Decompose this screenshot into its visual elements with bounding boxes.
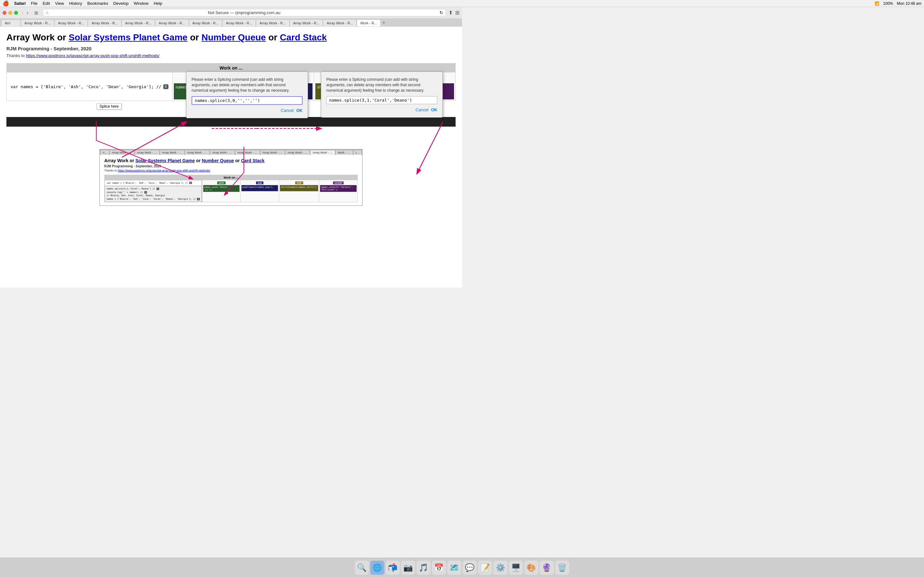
or-2: or bbox=[190, 32, 202, 42]
mini-unshift-btn[interactable]: unshift bbox=[333, 181, 344, 184]
number-queue-link[interactable]: Number Queue bbox=[202, 32, 266, 42]
dialog-right-buttons: Cancel OK bbox=[326, 107, 437, 112]
mini-tab-active[interactable]: Array Work - D... bbox=[310, 150, 335, 155]
or-1: or bbox=[57, 32, 69, 42]
mini-work-area: Work on ... var names = ['Blaire', 'Ash'… bbox=[104, 175, 358, 202]
close-button[interactable] bbox=[3, 11, 6, 15]
mini-tab-8[interactable]: Array Work - R... bbox=[285, 150, 310, 155]
dialog-right-ok[interactable]: OK bbox=[431, 107, 438, 112]
mini-tab-2[interactable]: Array Work - R... bbox=[135, 150, 160, 155]
mini-action-cells: push names.push('Annie', 'Li'); pop bbox=[202, 180, 357, 202]
tab-8[interactable]: Array Work - R... bbox=[256, 19, 289, 26]
mini-tab-5[interactable]: Array Work - R... bbox=[210, 150, 234, 155]
mini-code-line-3: // Blaire, Ash, Coco, Coral, Deano, Geor… bbox=[107, 194, 200, 197]
browser-chrome: ‹ › ⊞ ⚠ Not Secure — rjmprogramming.com.… bbox=[0, 7, 462, 27]
splice-label: Splice here bbox=[99, 104, 119, 109]
tab-4[interactable]: Array Work - R... bbox=[121, 19, 155, 26]
or-3: or bbox=[268, 32, 280, 42]
tab-view-button[interactable]: ⊞ bbox=[32, 10, 40, 16]
tab-7[interactable]: Array Work - R... bbox=[222, 19, 256, 26]
apple-menu[interactable]: 🍎 bbox=[3, 0, 9, 6]
tab-1[interactable]: Array Work - R... bbox=[21, 19, 54, 26]
mini-shift-cell: shift shiftElement=names.shift(); bbox=[279, 180, 319, 202]
mini-code-badge-1: 1 bbox=[157, 187, 159, 190]
dialog-right-input[interactable] bbox=[326, 96, 437, 104]
dialog-left-cancel[interactable]: Cancel bbox=[281, 108, 294, 113]
share-button[interactable]: ⬆ bbox=[449, 10, 453, 16]
browser-actions: ⬆ ⊞ bbox=[449, 10, 459, 16]
mini-code-badge-2: 1 bbox=[144, 191, 147, 193]
bookmarks-menu[interactable]: Bookmarks bbox=[87, 1, 108, 6]
tab-arri[interactable]: Arri bbox=[1, 19, 21, 26]
mini-thanks-link[interactable]: https://www.positronx.io/javascript-arra… bbox=[118, 169, 210, 172]
tab-10[interactable]: Array Work - R... bbox=[323, 19, 357, 26]
dialog-left-input[interactable] bbox=[192, 96, 302, 105]
tab-6[interactable]: Array Work - R... bbox=[189, 19, 222, 26]
splice-tooltip: Splice here bbox=[97, 103, 121, 110]
reload-icon[interactable]: ↻ bbox=[439, 10, 443, 15]
minimize-button[interactable] bbox=[8, 11, 12, 15]
mini-tab-l[interactable]: L... bbox=[353, 150, 362, 155]
mini-stack-link[interactable]: Card Stack bbox=[241, 158, 264, 163]
mini-shift-header: shift bbox=[280, 181, 318, 185]
back-button[interactable]: ‹ bbox=[21, 9, 25, 16]
mini-code-block: names.splice(3,1,'Coral','Deano') // 1 c… bbox=[105, 186, 202, 202]
card-stack-link[interactable]: Card Stack bbox=[280, 32, 326, 42]
mini-push-btn[interactable]: push bbox=[217, 181, 226, 184]
window-menu[interactable]: Window bbox=[134, 1, 149, 6]
browser-content[interactable]: Array Work or Solar Systems Planet Game … bbox=[0, 27, 462, 287]
mini-pop-cell: pop popElement=names.pop(); bbox=[240, 180, 279, 202]
tab-active[interactable]: Work - R... bbox=[357, 19, 381, 26]
add-tab-button[interactable]: + bbox=[381, 20, 386, 26]
dialog-right-text: Please enter a Splicing command (can add… bbox=[326, 77, 437, 93]
dialog-right: Please enter a Splicing command (can add… bbox=[321, 71, 443, 118]
new-tab-button[interactable]: ⊞ bbox=[455, 10, 459, 16]
mini-pop-header: pop bbox=[241, 181, 278, 185]
history-menu[interactable]: History bbox=[69, 1, 82, 6]
tabs-bar: Arri Array Work - R... Array Work - R...… bbox=[0, 18, 462, 26]
mini-var-section: var names = ['Blaire', 'Ash', 'Coco', 'D… bbox=[105, 180, 202, 202]
edit-menu[interactable]: Edit bbox=[43, 1, 50, 6]
tab-5[interactable]: Array Work - R... bbox=[155, 19, 189, 26]
mini-solar-link[interactable]: Solar Systems Planet Game bbox=[136, 158, 195, 163]
safari-menu[interactable]: Safari bbox=[14, 1, 26, 6]
mini-push-header: push bbox=[203, 181, 240, 185]
address-bar[interactable]: ⚠ Not Secure — rjmprogramming.com.au ↻ bbox=[43, 9, 446, 16]
mini-tab-7[interactable]: Array Work - R... bbox=[260, 150, 285, 155]
page-content: Array Work or Solar Systems Planet Game … bbox=[0, 27, 462, 237]
mini-thanks: Thanks to https://www.positronx.io/javas… bbox=[104, 169, 358, 172]
mini-unshift-header: unshift bbox=[320, 181, 357, 185]
page-title: Array Work or Solar Systems Planet Game … bbox=[6, 32, 456, 43]
var-cell: var names = ['Blaire', 'Ash', 'Coco', 'D… bbox=[7, 73, 173, 101]
thanks-link[interactable]: https://www.positronx.io/javascript-arra… bbox=[26, 53, 160, 58]
array-work-text: Array Work bbox=[6, 32, 55, 42]
mini-shift-btn[interactable]: shift bbox=[295, 181, 303, 184]
dialog-right-cancel[interactable]: Cancel bbox=[415, 107, 428, 112]
mini-queue-link[interactable]: Number Queue bbox=[202, 158, 234, 163]
develop-menu[interactable]: Develop bbox=[113, 1, 129, 6]
tab-2[interactable]: Array Work - R... bbox=[55, 19, 88, 26]
mini-pop-btn[interactable]: pop bbox=[256, 181, 263, 184]
mini-tab-1[interactable]: Array Work - R... bbox=[110, 150, 134, 155]
mini-code-line-4: names = ['Blaire', 'Ash', 'Coco', 'Coral… bbox=[107, 197, 200, 201]
mini-tab-work[interactable]: Work - R... bbox=[336, 150, 353, 155]
mini-tab-3[interactable]: Array Work - R... bbox=[160, 150, 184, 155]
mini-tab-6[interactable]: Array Work - R... bbox=[235, 150, 260, 155]
thanks-line: Thanks to https://www.positronx.io/javas… bbox=[6, 53, 456, 58]
mini-tab-arri[interactable]: Arri bbox=[100, 150, 109, 155]
var-code: var names = ['Blaire', 'Ash', 'Coco', 'D… bbox=[11, 84, 162, 89]
file-menu[interactable]: File bbox=[31, 1, 37, 6]
help-menu[interactable]: Help bbox=[153, 1, 162, 6]
tab-9[interactable]: Array Work - R... bbox=[290, 19, 323, 26]
mini-shift-code: shiftElement=names.shift(); bbox=[280, 185, 318, 191]
tab-3[interactable]: Array Work - R... bbox=[88, 19, 121, 26]
solar-systems-link[interactable]: Solar Systems Planet Game bbox=[69, 32, 187, 42]
mini-page: Array Work or Solar Systems Planet Game … bbox=[100, 155, 362, 205]
view-menu[interactable]: View bbox=[55, 1, 64, 6]
dialog-left-buttons: Cancel OK bbox=[192, 108, 302, 113]
maximize-button[interactable] bbox=[14, 11, 18, 15]
mini-tab-4[interactable]: Array Work - R... bbox=[185, 150, 210, 155]
dialog-left-ok[interactable]: OK bbox=[296, 108, 303, 113]
forward-button[interactable]: › bbox=[25, 9, 29, 16]
dialog-left: Please enter a Splicing command (can add… bbox=[186, 71, 308, 118]
